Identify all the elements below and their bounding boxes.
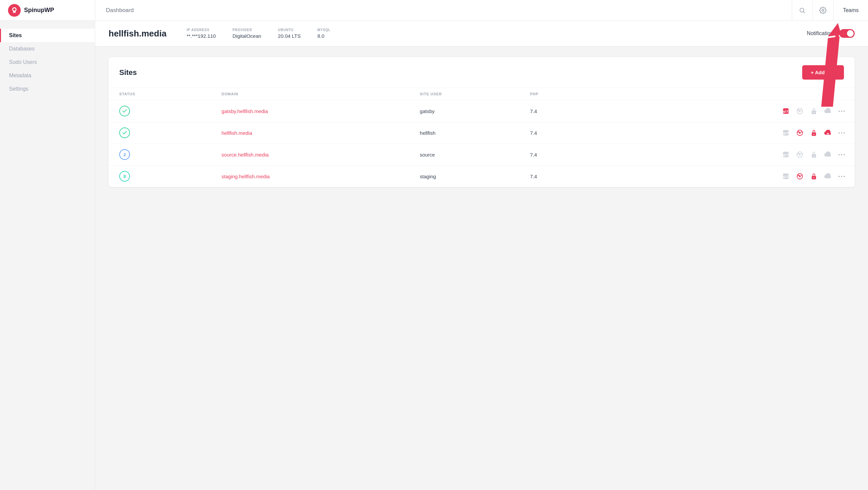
git-icon[interactable]: git — [781, 150, 790, 159]
col-status: STATUS — [108, 88, 216, 100]
meta-ip-value: **.***192.110 — [186, 33, 216, 39]
svg-line-1 — [804, 11, 805, 13]
cloud-icon[interactable] — [823, 106, 833, 116]
cell-site-user: source — [414, 144, 525, 166]
cell-status — [108, 100, 216, 122]
svg-point-21 — [799, 154, 801, 155]
speed-icon[interactable] — [795, 172, 805, 181]
git-icon[interactable]: git — [781, 106, 790, 116]
row-actions: git ··· — [594, 172, 847, 181]
table-row: 8staging.hellfish.mediastaging7.4 git ··… — [108, 166, 855, 187]
cell-php: 7.4 — [525, 144, 589, 166]
search-button[interactable] — [792, 0, 813, 21]
nav-dashboard-title: Dashboard — [106, 7, 134, 14]
more-actions-button[interactable]: ··· — [837, 172, 847, 181]
nav-center: Dashboard — [95, 7, 792, 14]
meta-ubuntu-value: 20.04 LTS — [278, 33, 301, 39]
svg-text:git: git — [783, 175, 789, 178]
settings-button[interactable] — [813, 0, 834, 21]
more-actions-button[interactable]: ··· — [837, 150, 847, 159]
col-php: PHP — [525, 88, 589, 100]
svg-point-2 — [822, 9, 824, 11]
domain-link[interactable]: source.hellfish.media — [221, 152, 269, 157]
cell-php: 7.4 — [525, 100, 589, 122]
cell-actions: git ··· — [589, 122, 855, 144]
cell-site-user: hellfish — [414, 122, 525, 144]
sidebar-item-metadata[interactable]: Metadata — [0, 69, 95, 82]
cell-site-user: gatsby — [414, 100, 525, 122]
sidebar-item-settings[interactable]: Settings — [0, 82, 95, 96]
cloud-icon[interactable] — [823, 128, 833, 138]
speed-icon[interactable] — [795, 150, 805, 159]
svg-point-29 — [813, 177, 814, 178]
teams-button[interactable]: Teams — [834, 0, 868, 21]
cell-domain: source.hellfish.media — [216, 144, 414, 166]
table-header-row: STATUS DOMAIN SITE USER PHP — [108, 88, 855, 100]
sidebar-item-sites-label: Sites — [9, 32, 22, 38]
cell-actions: git ··· — [589, 144, 855, 166]
domain-link[interactable]: staging.hellfish.media — [221, 174, 270, 179]
lock-icon[interactable] — [809, 106, 818, 116]
logo-text: SpinupWP — [24, 7, 54, 14]
sidebar-item-databases-label: Databases — [9, 46, 35, 52]
speed-icon[interactable] — [795, 106, 805, 116]
row-actions: git ··· — [594, 106, 847, 116]
meta-mysql-value: 8.0 — [317, 33, 331, 39]
lock-icon[interactable] — [809, 150, 818, 159]
sidebar-item-sudo-users[interactable]: Sudo Users — [0, 56, 95, 69]
content-area: Sites + Add Site STATUS DOMAIN SITE USER… — [95, 47, 868, 490]
meta-ip-label: IP ADDRESS — [186, 28, 216, 32]
svg-text:git: git — [783, 153, 789, 156]
sidebar-item-settings-label: Settings — [9, 86, 28, 92]
cell-php: 7.4 — [525, 166, 589, 187]
row-actions: git ··· — [594, 128, 847, 138]
svg-point-17 — [813, 134, 814, 135]
meta-mysql-label: MYSQL — [317, 28, 331, 32]
table-row: hellfish.mediahellfish7.4 git ··· — [108, 122, 855, 144]
meta-provider-value: DigitalOcean — [232, 33, 261, 39]
server-header: hellfish.media IP ADDRESS **.***192.110 … — [95, 21, 868, 47]
cloud-icon[interactable] — [823, 172, 833, 181]
meta-ip: IP ADDRESS **.***192.110 — [186, 28, 216, 39]
cell-php: 7.4 — [525, 122, 589, 144]
sidebar-item-sudo-users-label: Sudo Users — [9, 59, 37, 65]
server-meta: IP ADDRESS **.***192.110 PROVIDER Digita… — [186, 28, 807, 39]
lock-icon[interactable] — [809, 172, 818, 181]
meta-provider-label: PROVIDER — [232, 28, 261, 32]
notifications-label: Notifications — [807, 30, 836, 36]
svg-point-23 — [813, 155, 814, 156]
sidebar-item-sites[interactable]: Sites — [0, 29, 95, 42]
git-icon[interactable]: git — [781, 172, 790, 181]
nav-right: Teams — [792, 0, 868, 21]
git-icon[interactable]: git — [781, 128, 790, 138]
more-actions-button[interactable]: ··· — [837, 106, 847, 116]
notifications-toggle[interactable] — [839, 29, 855, 38]
sites-table: STATUS DOMAIN SITE USER PHP gatsby.hellf… — [108, 88, 855, 187]
sidebar-item-databases[interactable]: Databases — [0, 42, 95, 56]
cell-status: 2 — [108, 144, 216, 166]
sites-card: Sites + Add Site STATUS DOMAIN SITE USER… — [108, 57, 855, 187]
svg-text:git: git — [783, 131, 789, 135]
svg-point-15 — [799, 132, 801, 134]
domain-link[interactable]: hellfish.media — [221, 130, 252, 136]
meta-ubuntu: UBUNTU 20.04 LTS — [278, 28, 301, 39]
svg-point-9 — [799, 110, 801, 112]
row-actions: git ··· — [594, 150, 847, 159]
domain-link[interactable]: gatsby.hellfish.media — [221, 108, 268, 114]
table-row: 2source.hellfish.mediasource7.4 git ··· — [108, 144, 855, 166]
add-site-button[interactable]: + Add Site — [802, 65, 844, 80]
more-actions-button[interactable]: ··· — [837, 128, 847, 138]
cell-domain: hellfish.media — [216, 122, 414, 144]
logo-area: SpinupWP — [0, 0, 95, 21]
sidebar: Sites Databases Sudo Users Metadata Sett… — [0, 21, 95, 490]
sites-card-header: Sites + Add Site — [108, 57, 855, 88]
col-actions — [589, 88, 855, 100]
cloud-icon[interactable] — [823, 150, 833, 159]
svg-point-11 — [813, 112, 814, 113]
speed-icon[interactable] — [795, 128, 805, 138]
top-nav: SpinupWP Dashboard Teams — [0, 0, 868, 21]
cell-status — [108, 122, 216, 144]
lock-icon[interactable] — [809, 128, 818, 138]
cell-domain: staging.hellfish.media — [216, 166, 414, 187]
cell-actions: git ··· — [589, 166, 855, 187]
